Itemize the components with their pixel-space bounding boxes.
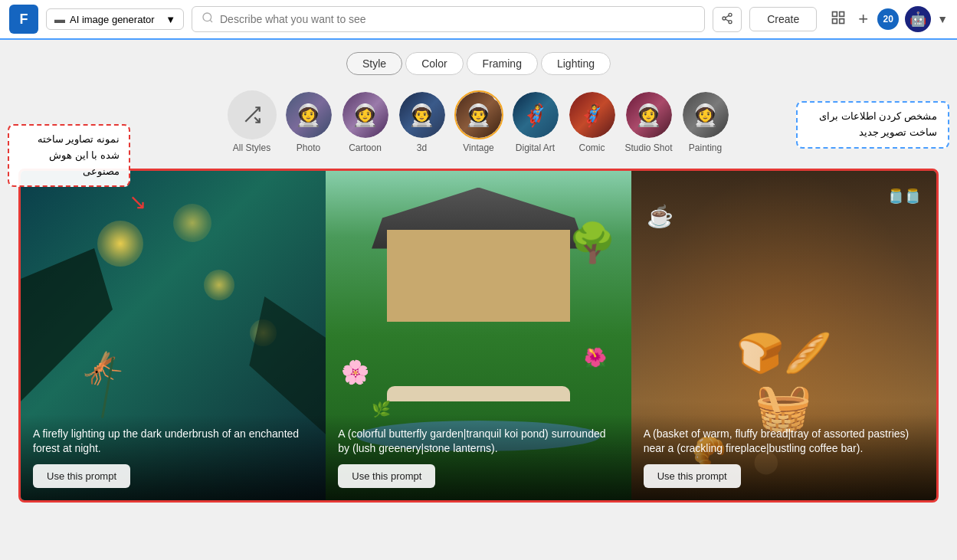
topbar: F ▬ AI image generator ▼ Create + 20 🤖 ▼ (0, 0, 957, 40)
chevron-down-icon: ▼ (166, 14, 175, 25)
image-prompt-2: A (colorful butterfly garden|tranquil ko… (338, 427, 618, 457)
style-item-3d[interactable]: 👨‍🚀 3d (398, 90, 447, 153)
svg-point-2 (729, 13, 732, 16)
svg-line-5 (726, 19, 729, 21)
main-content: Style Color Framing Lighting All Styles … (0, 40, 957, 515)
style-label-digitalart: Digital Art (516, 142, 555, 153)
image-card-1: 🦟 A firefly lighting up the dark underbr… (21, 171, 326, 500)
image-prompt-1: A firefly lighting up the dark underbrus… (33, 427, 313, 457)
style-label-vintage: Vintage (463, 142, 493, 153)
style-item-all[interactable]: All Styles (228, 90, 277, 153)
credits-badge: 20 (877, 8, 899, 30)
share-button[interactable] (713, 7, 742, 32)
svg-rect-10 (833, 18, 837, 23)
image-prompt-3: A (basket of warm, fluffy bread|tray of … (644, 427, 924, 457)
style-label-all: All Styles (233, 142, 270, 153)
svg-line-6 (726, 15, 729, 18)
style-label-cartoon: Cartoon (349, 142, 382, 153)
style-circle-cartoon: 👩‍🚀 (341, 90, 390, 139)
search-bar (192, 6, 705, 32)
images-grid: 🦟 A firefly lighting up the dark underbr… (18, 169, 939, 503)
use-prompt-button-3[interactable]: Use this prompt (644, 464, 741, 488)
use-prompt-button-1[interactable]: Use this prompt (33, 464, 130, 488)
bug-shape: 🦟 (77, 343, 125, 390)
image-overlay-2: A (colorful butterfly garden|tranquil ko… (326, 414, 631, 500)
image-overlay-3: A (basket of warm, fluffy bread|tray of … (631, 414, 936, 500)
app-logo: F (9, 5, 38, 34)
style-item-comic[interactable]: 🦸 Comic (568, 90, 617, 153)
svg-rect-7 (833, 11, 837, 16)
style-label-photo: Photo (297, 142, 320, 153)
annotation-left: نمونه تصاویر ساخته شده با این هوش مصنوعی (8, 124, 130, 187)
tool-icon: ▬ (54, 13, 65, 25)
tab-color[interactable]: Color (405, 52, 463, 75)
annotation-arrow-left: ↘ (129, 189, 146, 215)
topbar-actions: + 20 🤖 ▼ (828, 6, 948, 32)
style-item-cartoon[interactable]: 👩‍🚀 Cartoon (341, 90, 390, 153)
style-item-photo[interactable]: 👩‍🚀 Photo (284, 90, 333, 153)
annotation-right: مشخص کردن اطلاعات برای ساخت تصویر جدید (796, 101, 949, 149)
style-circle-photo: 👩‍🚀 (284, 90, 333, 139)
gallery-icon[interactable] (828, 7, 849, 32)
style-item-vintage[interactable]: 👨‍🚀 Vintage (454, 90, 503, 153)
style-label-studioshot: Studio Shot (624, 142, 672, 153)
tab-framing[interactable]: Framing (467, 52, 538, 75)
tool-name: AI image generator (70, 14, 155, 25)
svg-point-4 (729, 20, 732, 23)
add-button[interactable]: + (855, 6, 871, 32)
search-icon (202, 11, 214, 27)
tab-lighting[interactable]: Lighting (541, 52, 611, 75)
shuffle-button[interactable] (228, 90, 277, 139)
style-label-comic: Comic (578, 142, 605, 153)
tool-selector[interactable]: ▬ AI image generator ▼ (46, 8, 184, 30)
image-card-3: 🫙🫙 🧺 🍞🥖 🥐 ⬤ ☕ A (basket of warm, fluffy … (631, 171, 936, 500)
svg-point-0 (203, 13, 211, 21)
style-item-studioshot[interactable]: 👩‍🚀 Studio Shot (624, 90, 674, 153)
style-circle-digitalart: 🦸 (511, 90, 560, 139)
prompt-input[interactable] (220, 13, 695, 25)
style-tabs: Style Color Framing Lighting (18, 52, 939, 75)
style-label-3d: 3d (417, 142, 427, 153)
svg-line-1 (210, 20, 212, 22)
user-menu-chevron[interactable]: ▼ (937, 13, 948, 25)
create-button[interactable]: Create (749, 7, 817, 31)
style-label-painting: Painting (689, 142, 722, 153)
style-item-digitalart[interactable]: 🦸 Digital Art (511, 90, 560, 153)
style-item-painting[interactable]: 👩‍🚀 Painting (681, 90, 730, 153)
user-avatar[interactable]: 🤖 (905, 6, 931, 32)
style-circle-3d: 👨‍🚀 (398, 90, 447, 139)
svg-rect-9 (840, 18, 844, 23)
use-prompt-button-2[interactable]: Use this prompt (338, 464, 435, 488)
tab-style[interactable]: Style (346, 52, 402, 75)
style-circle-studioshot: 👩‍🚀 (624, 90, 674, 139)
style-circle-vintage: 👨‍🚀 (454, 90, 503, 139)
svg-point-3 (723, 17, 726, 20)
style-circle-painting: 👩‍🚀 (681, 90, 730, 139)
svg-rect-8 (840, 11, 844, 16)
image-card-2: 🌸 🌺 🌿 🌳 A (colorful butterfly garden|tra… (326, 171, 631, 500)
style-circle-comic: 🦸 (568, 90, 617, 139)
image-overlay-1: A firefly lighting up the dark underbrus… (21, 414, 326, 500)
